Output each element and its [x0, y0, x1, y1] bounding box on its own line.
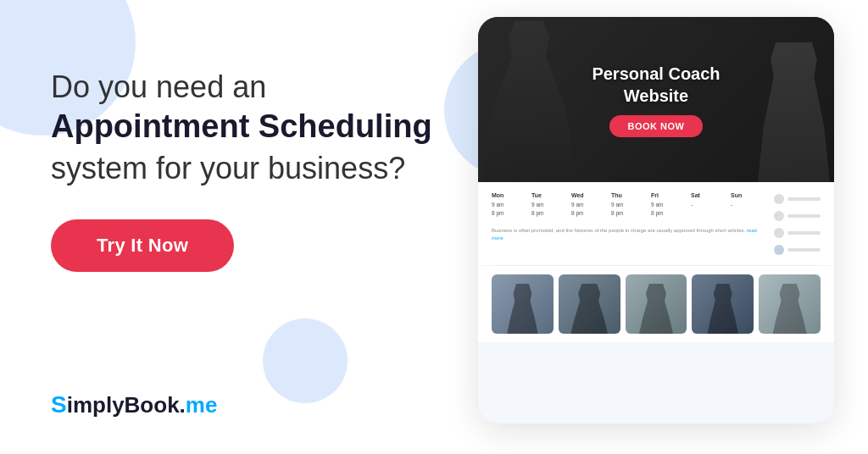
hero-title-line2: Website: [624, 86, 688, 105]
photo-thumb-1: [492, 274, 554, 334]
schedule-grid: Mon 9 am 8 pm Tue 9 am 8 pm Wed 9 am: [492, 192, 765, 219]
headline-bold: Appointment Scheduling: [51, 108, 475, 147]
left-content: Do you need an Appointment Scheduling sy…: [51, 68, 475, 272]
try-it-now-button[interactable]: Try It Now: [51, 219, 234, 272]
logo-me: me: [186, 392, 218, 418]
schedule-col-sat: Sat -: [691, 192, 726, 219]
icon-line-4: [787, 248, 821, 252]
mockup-body: Mon 9 am 8 pm Tue 9 am 8 pm Wed 9 am: [492, 192, 821, 255]
logo-text: SimplyBook.me: [51, 391, 217, 418]
icon-row-4: [774, 245, 821, 255]
icon-line-3: [787, 231, 821, 235]
hero-title-line1: Personal Coach: [592, 64, 720, 83]
icon-circle-1: [774, 194, 784, 204]
photo-strip: [478, 266, 834, 342]
mockup-description: Business is often promoted, and the hist…: [492, 227, 765, 243]
icon-row-1: [774, 194, 821, 204]
icon-line-1: [787, 197, 821, 201]
photo-thumb-3: [626, 274, 687, 334]
hero-text-box: Personal Coach Website BOOK NOW: [592, 63, 720, 137]
bg-circle-bottom-center: [263, 318, 348, 403]
mockup-hero: Personal Coach Website BOOK NOW: [478, 17, 834, 182]
schedule-col-thu: Thu 9 am 8 pm: [611, 192, 646, 219]
photo-thumb-2: [559, 274, 620, 334]
mockup-right-icons: [774, 192, 821, 255]
headline-line3: system for your business?: [51, 149, 475, 189]
hero-title: Personal Coach Website: [592, 63, 720, 107]
schedule-col-fri: Fri 9 am 8 pm: [651, 192, 686, 219]
schedule-col-sun: Sun -: [731, 192, 765, 219]
icon-row-3: [774, 228, 821, 238]
icon-circle-4: [774, 245, 784, 255]
icon-circle-3: [774, 228, 784, 238]
mockup-container: Personal Coach Website BOOK NOW Mon 9 am…: [478, 17, 834, 424]
logo-s: S: [51, 391, 67, 418]
mockup-content: Mon 9 am 8 pm Tue 9 am 8 pm Wed 9 am: [478, 182, 834, 265]
icon-row-2: [774, 211, 821, 221]
logo-middle: implyBook.: [67, 392, 186, 418]
schedule-col-wed: Wed 9 am 8 pm: [571, 192, 606, 219]
schedule-col-tue: Tue 9 am 8 pm: [531, 192, 566, 219]
icon-circle-2: [774, 211, 784, 221]
mockup-left-content: Mon 9 am 8 pm Tue 9 am 8 pm Wed 9 am: [492, 192, 765, 255]
schedule-col-mon: Mon 9 am 8 pm: [492, 192, 526, 219]
icon-line-2: [787, 214, 821, 218]
photo-thumb-4: [692, 274, 754, 334]
book-now-button[interactable]: BOOK NOW: [609, 115, 704, 137]
headline-line1: Do you need an: [51, 68, 475, 108]
photo-thumb-5: [759, 274, 821, 334]
right-mockup: Personal Coach Website BOOK NOW Mon 9 am…: [478, 17, 851, 437]
logo: SimplyBook.me: [51, 391, 217, 418]
